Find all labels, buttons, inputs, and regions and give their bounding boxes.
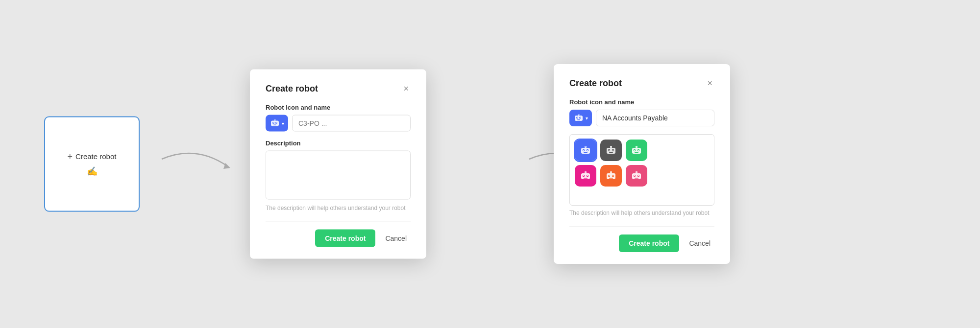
dialog-2-description-hint: The description will help others underst… [569, 210, 714, 216]
svg-point-17 [578, 114, 579, 115]
robot-icon-picker-button-1[interactable]: ▾ [266, 115, 288, 132]
svg-point-8 [274, 119, 275, 120]
robot-icon-name-row-1: ▾ [266, 115, 411, 132]
svg-point-44 [587, 175, 588, 176]
dropdown-arrow-2: ▾ [586, 116, 588, 121]
svg-point-5 [276, 122, 277, 123]
svg-point-14 [580, 117, 581, 118]
svg-rect-18 [581, 148, 590, 154]
cancel-button-2[interactable]: Cancel [685, 234, 714, 252]
svg-rect-53 [610, 171, 612, 173]
cancel-button-1[interactable]: Cancel [381, 230, 411, 247]
svg-point-22 [587, 150, 588, 151]
svg-point-42 [583, 175, 584, 176]
arrow-1 [157, 149, 235, 179]
icon-option-pink[interactable] [575, 165, 596, 187]
svg-rect-24 [585, 146, 587, 148]
svg-rect-46 [585, 171, 587, 173]
svg-rect-38 [635, 152, 638, 153]
svg-rect-45 [584, 178, 588, 179]
robot-icon-1 [270, 118, 280, 129]
dialog-1: Create robot × Robot icon and name ▾ [250, 70, 426, 259]
dialog-2-title: Create robot [569, 78, 622, 89]
svg-rect-31 [609, 152, 613, 153]
dialog-1-close-button[interactable]: × [401, 83, 411, 94]
robot-icon-picker-button-2[interactable]: ▾ [569, 110, 592, 126]
create-robot-button-1[interactable]: Create robot [315, 230, 375, 247]
icon-option-dark[interactable] [600, 140, 622, 161]
svg-point-37 [638, 150, 639, 151]
icon-search-input[interactable] [575, 188, 663, 200]
icon-option-blue[interactable] [575, 140, 596, 161]
svg-point-51 [612, 175, 613, 176]
icon-picker [569, 134, 714, 206]
create-card-text: Create robot [75, 152, 116, 161]
scene: + Create robot ✍ Create robot × Robot ic… [0, 0, 980, 328]
create-robot-button-2[interactable]: Create robot [619, 234, 679, 252]
dialog-2-field-label: Robot icon and name [569, 98, 714, 106]
description-textarea-1[interactable] [266, 151, 411, 200]
robot-icon-name-row-2: ▾ [569, 110, 714, 126]
svg-rect-6 [273, 125, 276, 126]
icon-option-green[interactable] [626, 140, 647, 161]
dialog-2-close-button[interactable]: × [705, 78, 714, 89]
svg-rect-15 [577, 119, 580, 120]
svg-point-3 [273, 122, 274, 123]
robot-icon-2 [573, 113, 584, 123]
svg-point-12 [577, 117, 578, 118]
plus-icon: + [68, 152, 73, 161]
svg-rect-39 [636, 146, 637, 148]
icon-grid [575, 140, 709, 187]
svg-point-30 [612, 150, 613, 151]
dialog-2-footer: Create robot Cancel [569, 226, 714, 252]
dialog-1-title: Create robot [266, 83, 318, 94]
svg-rect-52 [609, 178, 613, 179]
dialog-1-description-hint: The description will help others underst… [266, 205, 411, 211]
svg-point-58 [638, 175, 639, 176]
svg-rect-23 [584, 152, 588, 153]
dialog-2-header: Create robot × [569, 78, 714, 89]
create-robot-card[interactable]: + Create robot ✍ [44, 117, 140, 212]
robot-name-input-1[interactable] [292, 115, 411, 132]
svg-point-35 [634, 150, 635, 151]
icon-option-orange[interactable] [600, 165, 622, 187]
robot-name-input-2[interactable] [596, 110, 714, 126]
svg-point-49 [609, 175, 610, 176]
svg-rect-59 [635, 178, 638, 179]
svg-point-25 [585, 145, 586, 146]
dialog-2: Create robot × Robot icon and name ▾ [554, 64, 730, 264]
svg-point-19 [583, 149, 585, 151]
icon-option-rose[interactable] [626, 165, 647, 187]
cursor-icon: ✍ [87, 165, 98, 176]
svg-rect-32 [610, 146, 612, 148]
create-card-label: + Create robot [68, 152, 117, 161]
dropdown-arrow-1: ▾ [282, 120, 284, 126]
svg-point-20 [583, 150, 584, 151]
dialog-1-description-label: Description [266, 140, 411, 147]
svg-rect-60 [636, 171, 637, 173]
dialog-1-field-label: Robot icon and name [266, 104, 411, 111]
dialog-1-header: Create robot × [266, 83, 411, 94]
svg-point-21 [587, 149, 588, 151]
dialog-1-footer: Create robot Cancel [266, 221, 411, 247]
svg-point-56 [634, 175, 635, 176]
svg-point-28 [609, 150, 610, 151]
